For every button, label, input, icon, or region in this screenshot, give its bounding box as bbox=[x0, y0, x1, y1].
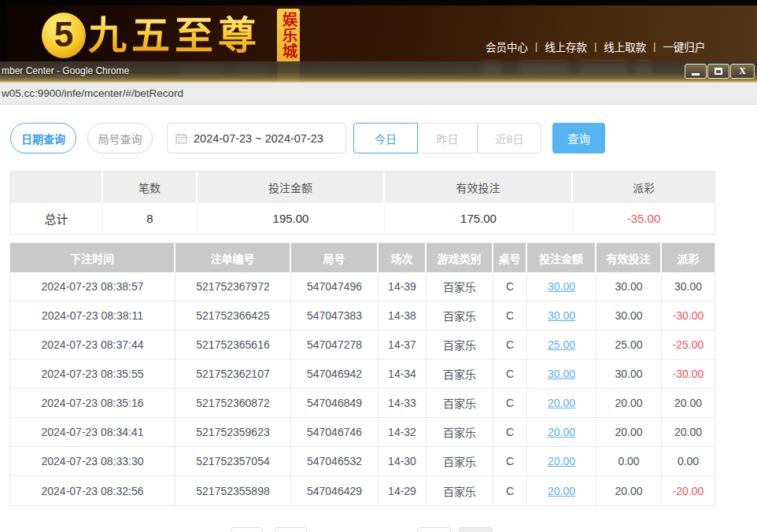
round-id: 547046849 bbox=[291, 389, 378, 418]
table-no: C bbox=[493, 476, 527, 505]
bet-id: 521752360872 bbox=[175, 389, 291, 418]
valid-bet: 30.00 bbox=[596, 360, 662, 389]
table-no: C bbox=[493, 418, 527, 447]
bet-id: 521752357054 bbox=[175, 447, 291, 476]
col-round-id: 局号 bbox=[291, 243, 378, 272]
nav-online-deposit[interactable]: 线上存款 bbox=[545, 39, 587, 54]
bet-amount-cell: 30.00 bbox=[527, 301, 596, 331]
col-bet-time: 下注时间 bbox=[10, 243, 175, 272]
session: 14-39 bbox=[378, 272, 427, 301]
quick-filter-yesterday[interactable]: 昨日 bbox=[418, 123, 478, 153]
quick-filter-last8days[interactable]: 近8日 bbox=[478, 123, 541, 153]
payout: 0.00 bbox=[662, 447, 715, 476]
bet-amount-link[interactable]: 20.00 bbox=[548, 485, 575, 497]
payout: -25.00 bbox=[662, 331, 715, 360]
brand-logo-icon: 5 bbox=[42, 13, 86, 58]
session: 14-38 bbox=[378, 301, 427, 331]
bet-amount-link[interactable]: 25.00 bbox=[548, 338, 575, 351]
summary-table: 笔数 投注金额 有效投注 派彩 总计 8 195.00 175.00 -35.0… bbox=[9, 171, 715, 235]
url-text: w05.cc:9900/infe/mcenter/#/betRecord bbox=[2, 87, 183, 99]
round-id: 547047278 bbox=[291, 331, 378, 360]
bet-id: 521752362107 bbox=[175, 360, 291, 389]
summary-bet-amount-value: 195.00 bbox=[198, 202, 385, 234]
close-icon: X bbox=[739, 65, 746, 77]
search-button[interactable]: 查询 bbox=[552, 123, 605, 153]
table-no: C bbox=[493, 447, 527, 476]
window-controls: X bbox=[685, 64, 755, 79]
summary-header-count: 笔数 bbox=[103, 172, 198, 202]
bet-record-table: 下注时间 注单编号 局号 场次 游戏类别 桌号 投注金额 有效投注 派彩 202… bbox=[9, 242, 715, 506]
quick-filter-today[interactable]: 今日 bbox=[353, 123, 418, 153]
bet-amount-link[interactable]: 20.00 bbox=[548, 455, 575, 467]
window-title: mber Center - Google Chrome bbox=[2, 65, 129, 76]
tab-date-query[interactable]: 日期查询 bbox=[10, 123, 76, 153]
table-no: C bbox=[493, 331, 527, 360]
date-range-input[interactable]: 2024-07-23 ~ 2024-07-23 bbox=[167, 123, 346, 153]
pagination-button-stub[interactable] bbox=[459, 527, 493, 532]
summary-header-blank bbox=[10, 172, 103, 202]
session: 14-37 bbox=[378, 331, 427, 360]
payout: 20.00 bbox=[662, 418, 715, 447]
chrome-urlbar[interactable]: w05.cc:9900/infe/mcenter/#/betRecord bbox=[0, 83, 757, 105]
bet-time: 2024-07-23 08:37:44 bbox=[10, 331, 175, 360]
pagination-button-stub[interactable] bbox=[275, 527, 307, 532]
bet-amount-cell: 25.00 bbox=[527, 331, 596, 360]
valid-bet: 20.00 bbox=[596, 476, 662, 505]
minimize-button[interactable] bbox=[685, 64, 707, 79]
nav-member-center[interactable]: 会员中心 bbox=[486, 39, 528, 54]
session: 14-34 bbox=[378, 360, 427, 389]
pagination-button-stub[interactable] bbox=[417, 527, 451, 532]
bet-time: 2024-07-23 08:32:56 bbox=[10, 476, 175, 505]
bet-id: 521752359623 bbox=[175, 418, 291, 447]
summary-total-row: 总计 8 195.00 175.00 -35.00 bbox=[10, 202, 715, 234]
bet-time: 2024-07-23 08:33:30 bbox=[10, 447, 175, 476]
pagination-button-stub[interactable] bbox=[231, 527, 263, 532]
bet-amount-cell: 20.00 bbox=[527, 418, 596, 447]
col-table-no: 桌号 bbox=[493, 243, 527, 272]
tab-round-query[interactable]: 局号查询 bbox=[87, 123, 153, 153]
game-type: 百家乐 bbox=[427, 301, 493, 331]
maximize-button[interactable] bbox=[707, 64, 729, 79]
table-no: C bbox=[493, 360, 527, 389]
col-valid-bet: 有效投注 bbox=[596, 243, 662, 272]
close-button[interactable]: X bbox=[730, 64, 755, 79]
game-type: 百家乐 bbox=[427, 476, 493, 505]
table-no: C bbox=[493, 272, 527, 301]
bet-amount-link[interactable]: 30.00 bbox=[548, 309, 575, 322]
nav-online-withdraw[interactable]: 线上取款 bbox=[604, 39, 646, 54]
nav-separator: | bbox=[594, 41, 596, 52]
session: 14-33 bbox=[378, 389, 427, 418]
bet-amount-link[interactable]: 20.00 bbox=[548, 397, 575, 409]
payout: 30.00 bbox=[662, 272, 715, 301]
bet-amount-link[interactable]: 20.00 bbox=[548, 426, 575, 438]
game-type: 百家乐 bbox=[427, 360, 493, 389]
col-bet-amount: 投注金额 bbox=[527, 243, 596, 272]
bet-time: 2024-07-23 08:38:11 bbox=[10, 301, 175, 331]
bet-amount-link[interactable]: 30.00 bbox=[548, 280, 575, 293]
date-range-value: 2024-07-23 ~ 2024-07-23 bbox=[194, 132, 323, 145]
logo-number: 5 bbox=[54, 17, 73, 52]
bet-id: 521752365616 bbox=[175, 331, 291, 360]
bet-time: 2024-07-23 08:34:41 bbox=[10, 418, 175, 447]
bet-time: 2024-07-23 08:38:57 bbox=[10, 272, 175, 301]
chrome-titlebar[interactable]: mber Center - Google Chrome X bbox=[0, 61, 757, 83]
round-id: 547046942 bbox=[291, 360, 378, 389]
table-no: C bbox=[493, 301, 527, 331]
game-type: 百家乐 bbox=[427, 418, 493, 447]
top-nav: 会员中心 | 线上存款 | 线上取款 | 一键归户 bbox=[486, 39, 705, 54]
bet-amount-cell: 30.00 bbox=[527, 360, 596, 389]
summary-valid-bet-value: 175.00 bbox=[385, 202, 573, 234]
brand-logo-text: 九五至尊 bbox=[88, 5, 275, 58]
nav-one-key-transfer[interactable]: 一键归户 bbox=[663, 39, 705, 54]
bet-amount-cell: 20.00 bbox=[527, 447, 596, 476]
table-row: 2024-07-23 08:32:56521752355898547046429… bbox=[10, 476, 715, 505]
game-type: 百家乐 bbox=[427, 447, 493, 476]
bet-amount-link[interactable]: 30.00 bbox=[548, 368, 575, 380]
calendar-icon bbox=[175, 133, 187, 144]
valid-bet: 30.00 bbox=[596, 272, 662, 301]
payout: -20.00 bbox=[662, 476, 715, 505]
summary-header-row: 笔数 投注金额 有效投注 派彩 bbox=[10, 172, 715, 202]
summary-total-label: 总计 bbox=[10, 202, 103, 234]
valid-bet: 20.00 bbox=[596, 418, 662, 447]
valid-bet: 30.00 bbox=[596, 301, 662, 331]
